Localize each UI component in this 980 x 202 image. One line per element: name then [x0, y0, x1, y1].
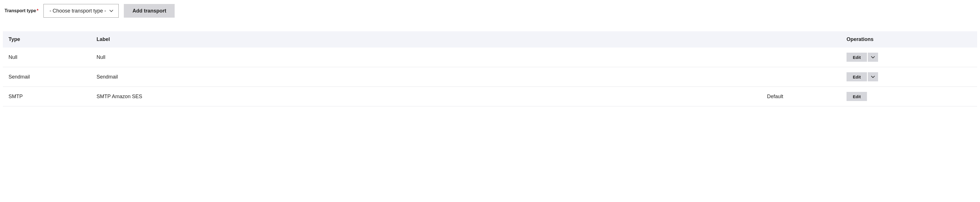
cell-operations: Edit [846, 53, 972, 62]
edit-button[interactable]: Edit [846, 92, 867, 101]
operations-buttons: Edit [846, 92, 972, 101]
transports-table: Type Label Operations NullNullEditSendma… [3, 31, 977, 106]
transport-type-select[interactable]: - Choose transport type - [43, 4, 119, 18]
add-transport-form: Transport type* - Choose transport type … [3, 4, 977, 18]
table-header: Type Label Operations [3, 31, 977, 48]
edit-dropdown-button[interactable] [868, 72, 878, 81]
add-transport-button[interactable]: Add transport [124, 4, 175, 18]
cell-operations: Edit [846, 92, 972, 101]
table-row: NullNullEdit [3, 48, 977, 67]
edit-button[interactable]: Edit [846, 72, 867, 81]
required-marker: * [37, 8, 38, 13]
chevron-down-icon [871, 55, 875, 59]
table-row: SMTPSMTP Amazon SESDefaultEdit [3, 87, 977, 106]
chevron-down-icon [109, 9, 113, 13]
cell-type: SMTP [8, 94, 97, 99]
header-status-spacer [767, 37, 846, 42]
cell-status: Default [767, 94, 846, 99]
transport-type-label-text: Transport type [5, 8, 36, 13]
cell-type: Null [8, 55, 97, 60]
header-label: Label [97, 37, 767, 42]
operations-buttons: Edit [846, 53, 972, 62]
table-row: SendmailSendmailEdit [3, 67, 977, 87]
operations-buttons: Edit [846, 72, 972, 81]
transport-type-select-value: - Choose transport type - [49, 8, 106, 14]
chevron-down-icon [871, 75, 875, 79]
edit-button[interactable]: Edit [846, 53, 867, 62]
cell-label: SMTP Amazon SES [97, 94, 767, 99]
edit-dropdown-button[interactable] [868, 53, 878, 62]
cell-label: Sendmail [97, 74, 767, 80]
header-type: Type [8, 37, 97, 42]
transport-type-label: Transport type* [5, 8, 38, 13]
cell-type: Sendmail [8, 74, 97, 80]
cell-operations: Edit [846, 72, 972, 81]
header-operations: Operations [846, 37, 972, 42]
cell-label: Null [97, 55, 767, 60]
